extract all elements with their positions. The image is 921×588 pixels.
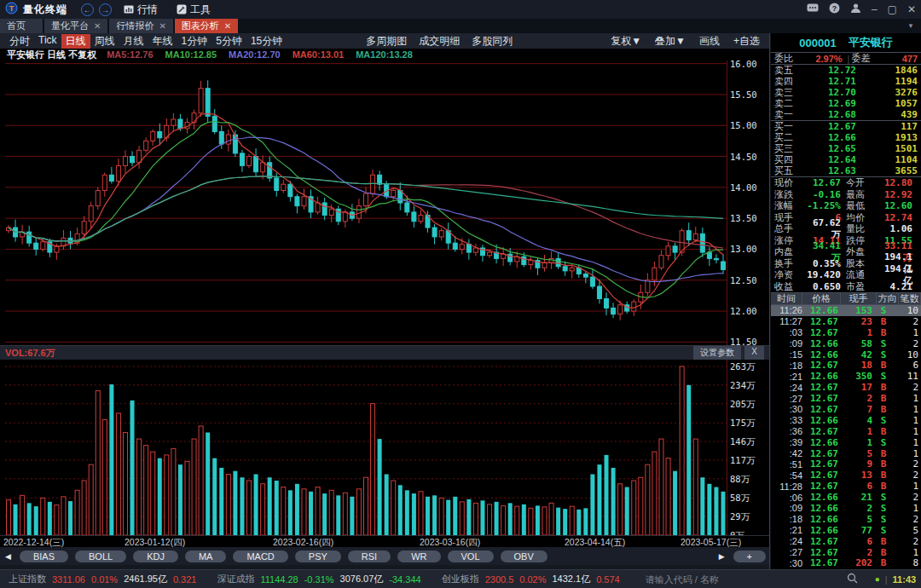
close-button[interactable]: ✕	[907, 3, 916, 15]
tab-overflow-icon[interactable]: ▼	[901, 19, 921, 33]
market-indices: 上证指数3311.060.01%2461.95亿0.321深证成指11144.2…	[9, 573, 640, 585]
period-button-月线[interactable]: 月线	[119, 34, 148, 49]
tick-row[interactable]: :1812.6718B6	[771, 360, 921, 371]
indicator-button-KDJ[interactable]: KDJ	[133, 551, 178, 562]
tick-row[interactable]: :4212.675B1	[771, 448, 921, 459]
menu-tools[interactable]: 工具	[170, 3, 217, 17]
detail-value: 12.92	[877, 189, 918, 200]
app-window: T 量化终端 ← → 行情 工具 ? – ▢ ✕ 首页量化平台✕行情报价✕图表分…	[0, 0, 921, 588]
tick-count: 11	[895, 371, 918, 382]
tick-row[interactable]: :2712.672B1	[771, 393, 921, 404]
tab-量化平台[interactable]: 量化平台✕	[44, 19, 107, 33]
tool-button-画线[interactable]: 画线	[695, 34, 724, 49]
tab-close-icon[interactable]: ✕	[94, 21, 101, 31]
period-button-日线[interactable]: 日线	[61, 34, 90, 49]
ask-row[interactable]: 卖一12.68439	[771, 109, 921, 120]
index-name: 上证指数	[9, 573, 46, 585]
tick-row[interactable]: :0312.671B1	[771, 327, 921, 338]
tool-button-复权▼[interactable]: 复权▼	[606, 34, 646, 49]
period-button-5分钟[interactable]: 5分钟	[211, 34, 246, 49]
tick-row[interactable]: :3912.661S1	[771, 437, 921, 448]
weibi-row: 委比 2.97% | 委差 477	[771, 53, 921, 65]
volume-tick-label: 205万	[730, 399, 755, 411]
back-button[interactable]: ←	[81, 3, 94, 16]
volume-chart[interactable]: 263万234万205万175万146万117万88万58万29万0万	[0, 360, 769, 535]
indicator-button-WR[interactable]: WR	[397, 551, 440, 562]
tick-time: 11:27	[773, 316, 802, 326]
tick-volume: 202	[838, 557, 872, 568]
message-icon[interactable]	[807, 3, 819, 16]
view-button-多股同列[interactable]: 多股同列	[467, 34, 517, 49]
tick-row[interactable]: :0912.6658S2	[771, 338, 921, 349]
period-button-Tick[interactable]: Tick	[34, 34, 61, 49]
indicator-add-button[interactable]: +	[733, 551, 766, 562]
volume-close-button[interactable]: X	[744, 346, 764, 360]
search-icon[interactable]	[847, 573, 858, 585]
minimize-button[interactable]: –	[872, 3, 878, 15]
indicator-scroll-left-icon[interactable]: ◀	[3, 552, 13, 561]
tick-time: :39	[773, 437, 802, 447]
tick-row[interactable]: :5412.6713B2	[771, 470, 921, 481]
indicator-button-RSI[interactable]: RSI	[348, 551, 391, 562]
view-button-多周期图[interactable]: 多周期图	[362, 34, 411, 49]
tool-button-+自选[interactable]: +自选	[729, 34, 764, 49]
tick-row[interactable]: 11:2612.66153S10	[771, 305, 921, 316]
tick-row[interactable]: :3612.671B1	[771, 426, 921, 437]
tab-图表分析[interactable]: 图表分析✕	[175, 19, 238, 33]
tab-close-icon[interactable]: ✕	[159, 21, 165, 31]
tab-close-icon[interactable]: ✕	[224, 21, 231, 31]
indicator-scroll-right-icon[interactable]: ▶	[717, 552, 727, 561]
tick-direction: B	[872, 547, 895, 558]
indicator-button-VOL[interactable]: VOL	[448, 551, 494, 562]
tick-row[interactable]: :2712.672B1	[771, 547, 921, 558]
tick-row[interactable]: 11:2712.6723B2	[771, 316, 921, 327]
forward-button[interactable]: →	[99, 3, 112, 16]
tick-row[interactable]: :3012.677B1	[771, 404, 921, 415]
app-title: 量化终端	[23, 3, 67, 17]
volume-settings-button[interactable]: 设置参数	[693, 346, 741, 360]
tick-row[interactable]: :0612.6621S2	[771, 492, 921, 503]
tick-price: 12.67	[802, 327, 838, 338]
tick-direction: B	[872, 481, 895, 492]
tab-行情报价[interactable]: 行情报价✕	[109, 19, 172, 33]
help-icon[interactable]: ?	[829, 3, 840, 16]
tick-row[interactable]: :2412.676B2	[771, 536, 921, 547]
tick-time: :27	[773, 394, 802, 404]
tool-button-叠加▼[interactable]: 叠加▼	[651, 34, 690, 49]
indicator-button-BIAS[interactable]: BIAS	[20, 551, 68, 562]
user-icon[interactable]	[850, 3, 861, 16]
period-button-分时[interactable]: 分时	[5, 34, 34, 49]
indicator-button-MA[interactable]: MA	[185, 551, 227, 562]
tick-row[interactable]: :2112.6677S5	[771, 525, 921, 536]
index-上证指数: 上证指数3311.060.01%2461.95亿0.321	[9, 573, 196, 585]
tick-row[interactable]: 11:2812.676B1	[771, 481, 921, 492]
tab-首页[interactable]: 首页	[0, 19, 43, 33]
period-button-周线[interactable]: 周线	[90, 34, 119, 49]
period-button-15分钟[interactable]: 15分钟	[246, 34, 287, 49]
tick-volume: 77	[838, 525, 872, 536]
tick-row[interactable]: :1512.6642S10	[771, 349, 921, 360]
candlestick-chart[interactable]: 16.0015.5015.0014.5014.0013.5013.0012.50…	[0, 61, 769, 345]
indicator-button-BOLL[interactable]: BOLL	[75, 551, 126, 562]
tick-row[interactable]: :0912.662S1	[771, 503, 921, 514]
bid-row[interactable]: 买五12.633655	[771, 165, 921, 176]
maximize-button[interactable]: ▢	[888, 3, 897, 15]
ma-legend-item: MA5:12.76	[107, 49, 153, 60]
period-button-1分钟[interactable]: 1分钟	[177, 34, 212, 49]
index-value: 2300.5	[485, 574, 514, 585]
view-button-成交明细[interactable]: 成交明细	[414, 34, 464, 49]
indicator-button-PSY[interactable]: PSY	[295, 551, 341, 562]
tick-count: 10	[895, 349, 918, 360]
indicator-button-MACD[interactable]: MACD	[233, 551, 287, 562]
period-button-年线[interactable]: 年线	[148, 34, 177, 49]
tick-row[interactable]: :2412.6717B2	[771, 382, 921, 393]
tick-volume: 2	[838, 547, 872, 558]
stock-search-input[interactable]	[646, 574, 842, 585]
indicator-button-OBV[interactable]: OBV	[501, 551, 547, 562]
tick-row[interactable]: :2112.66350S11	[771, 371, 921, 382]
tick-row[interactable]: :1812.665S2	[771, 514, 921, 525]
menu-quotes[interactable]: 行情	[117, 3, 165, 17]
tick-row[interactable]: :5112.679B2	[771, 458, 921, 470]
detail-row: 收益0.650市盈4.21	[771, 281, 921, 293]
tick-row[interactable]: :3312.664S1	[771, 415, 921, 426]
